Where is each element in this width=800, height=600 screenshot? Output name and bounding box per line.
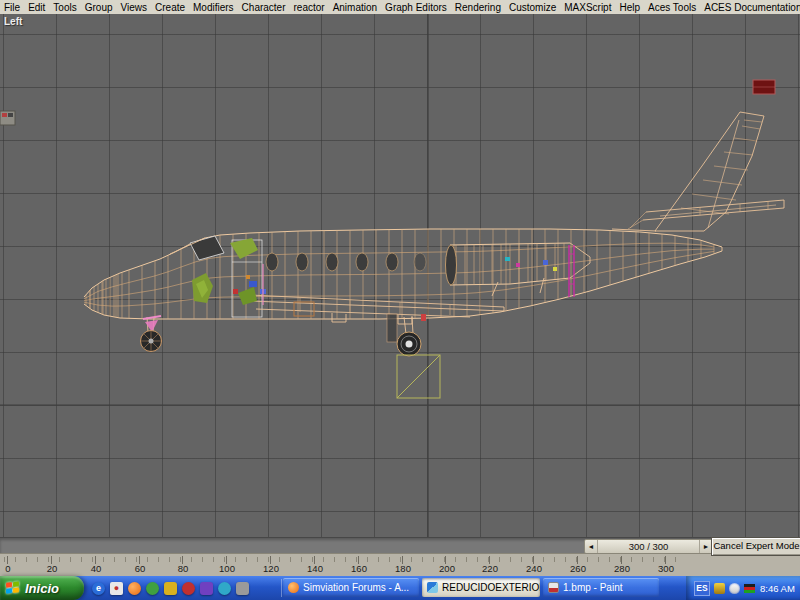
menu-create[interactable]: Create (151, 1, 189, 14)
left-viewport[interactable]: Left (0, 14, 800, 537)
language-indicator[interactable]: ES (694, 581, 710, 596)
outlook-icon[interactable] (164, 582, 177, 595)
taskbar-separator (281, 579, 282, 597)
aircraft-fuselage-wireframe (84, 229, 722, 319)
messenger-icon[interactable] (200, 582, 213, 595)
menu-bar: File Edit Tools Group Views Create Modif… (0, 0, 800, 15)
3dsmax-window: File Edit Tools Group Views Create Modif… (0, 0, 800, 600)
menu-group[interactable]: Group (81, 1, 117, 14)
menu-tools[interactable]: Tools (49, 1, 80, 14)
tick-label: 120 (263, 563, 279, 574)
system-tray: ES 8:46 AM (686, 576, 800, 600)
menu-reactor[interactable]: reactor (290, 1, 329, 14)
timeline-ruler[interactable]: 0 20 40 60 80 100 120 140 160 180 200 22… (0, 553, 800, 577)
start-button[interactable]: Inicio (0, 576, 84, 600)
internet-explorer-icon[interactable]: e (92, 582, 105, 595)
tick-label: 240 (526, 563, 542, 574)
tray-icon-1[interactable] (714, 583, 725, 594)
viewport-label: Left (4, 16, 22, 27)
tick-label: 60 (135, 563, 146, 574)
menu-file[interactable]: File (0, 1, 24, 14)
menu-customize[interactable]: Customize (505, 1, 560, 14)
tick-label: 160 (351, 563, 367, 574)
menu-views[interactable]: Views (117, 1, 152, 14)
quick-launch-bar: e ● (88, 576, 280, 600)
3ds-max-file-icon (427, 582, 438, 593)
windows-logo-icon (6, 581, 20, 594)
tray-icon-2[interactable] (729, 583, 740, 594)
taskbar-clock: 8:46 AM (760, 583, 795, 594)
tick-label: 0 (5, 563, 10, 574)
previous-frame-icon[interactable]: ◄ (585, 540, 598, 553)
menu-aces-documentation[interactable]: ACES Documentation (700, 1, 800, 14)
menu-modifiers[interactable]: Modifiers (189, 1, 238, 14)
tick-label: 100 (219, 563, 235, 574)
landing-gear (141, 314, 427, 356)
tick-label: 280 (614, 563, 630, 574)
tray-flag-icon[interactable] (744, 584, 755, 593)
tick-label: 140 (307, 563, 323, 574)
windows-taskbar: Inicio e ● Simviation Forums - A... REDU… (0, 576, 800, 600)
menu-character[interactable]: Character (238, 1, 290, 14)
taskbar-button-simviation[interactable]: Simviation Forums - A... (283, 578, 419, 597)
time-slider[interactable]: ◄ 300 / 300 ► (584, 539, 713, 554)
taskbar-button-paint[interactable]: 1.bmp - Paint (543, 578, 659, 597)
scene-object-box[interactable] (753, 80, 775, 94)
paint-icon (548, 582, 559, 593)
task-label: REDUCIDOEXTERIOR... (442, 582, 540, 593)
cancel-expert-mode-button[interactable]: Cancel Expert Mode (711, 537, 800, 556)
tick-label: 180 (395, 563, 411, 574)
tick-label: 300 (658, 563, 674, 574)
tick-label: 200 (439, 563, 455, 574)
menu-rendering[interactable]: Rendering (451, 1, 505, 14)
tick-label: 20 (47, 563, 58, 574)
start-label: Inicio (25, 581, 59, 596)
media-player-icon[interactable]: ● (110, 582, 123, 595)
frame-indicator: 300 / 300 (598, 541, 699, 552)
grid-axes (0, 14, 800, 537)
menu-edit[interactable]: Edit (24, 1, 49, 14)
menu-aces-tools[interactable]: Aces Tools (644, 1, 700, 14)
dummy-helper-box[interactable] (397, 355, 440, 398)
menu-graph-editors[interactable]: Graph Editors (381, 1, 451, 14)
taskbar-button-reducidoexterior[interactable]: REDUCIDOEXTERIOR... (422, 578, 540, 597)
menu-animation[interactable]: Animation (329, 1, 381, 14)
time-slider-track[interactable]: ◄ 300 / 300 ► (0, 537, 800, 554)
network-icon[interactable] (218, 582, 231, 595)
show-desktop-icon[interactable] (236, 582, 249, 595)
tick-label: 40 (91, 563, 102, 574)
menu-help[interactable]: Help (615, 1, 644, 14)
firefox-icon[interactable] (128, 582, 141, 595)
tick-label: 80 (178, 563, 189, 574)
viewport-canvas (0, 14, 800, 537)
menu-maxscript[interactable]: MAXScript (560, 1, 615, 14)
task-label: Simviation Forums - A... (303, 582, 409, 593)
viewport-corner-widget (0, 111, 15, 125)
winamp-icon[interactable] (182, 582, 195, 595)
tick-label: 220 (482, 563, 498, 574)
firefox-icon (288, 582, 299, 593)
msn-icon[interactable] (146, 582, 159, 595)
tick-label: 260 (570, 563, 586, 574)
task-label: 1.bmp - Paint (563, 582, 622, 593)
